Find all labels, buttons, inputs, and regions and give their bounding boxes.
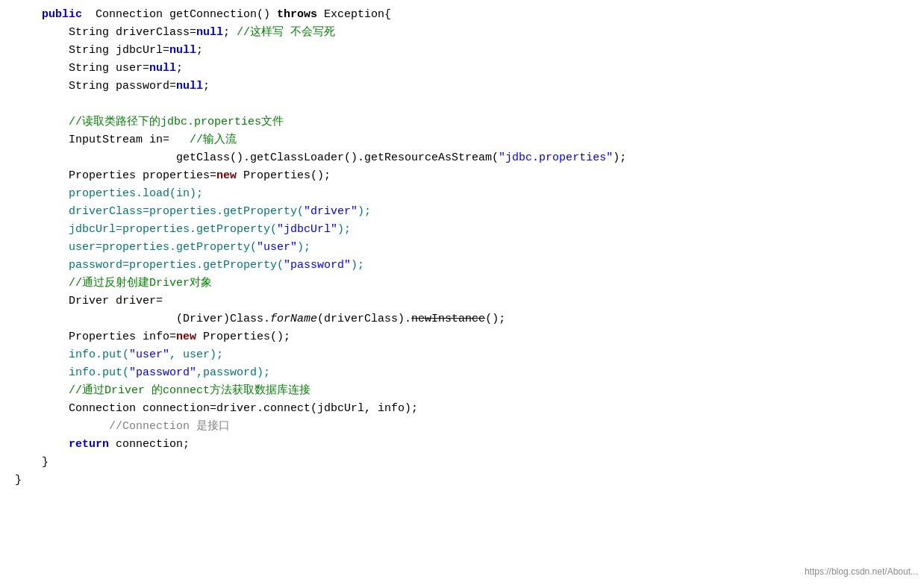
code-token: Properties info= <box>15 328 176 346</box>
code-token: ); <box>297 239 310 257</box>
code-token: password=properties.getProperty( <box>15 257 284 275</box>
code-token: Connection connection=driver.connect(jdb… <box>15 400 418 418</box>
code-token: ); <box>351 257 364 275</box>
code-token: ); <box>337 221 351 239</box>
code-token: getClass().getClassLoader().getResourceA… <box>15 149 499 167</box>
code-token: ; <box>196 42 203 60</box>
code-token: //输入流 <box>190 131 237 149</box>
code-token: return <box>69 436 109 454</box>
code-token: forName <box>270 310 317 328</box>
code-token: info.put( <box>15 346 129 364</box>
code-line: Properties properties=new Properties(); <box>0 167 924 185</box>
code-token: } <box>15 472 22 489</box>
code-token <box>15 275 69 292</box>
code-token: String driverClass= <box>15 24 196 42</box>
code-token: String user= <box>15 60 149 78</box>
code-token: Driver driver= <box>15 292 163 310</box>
code-token: Properties(); <box>237 167 331 185</box>
code-token: "driver" <box>304 203 358 221</box>
code-line: info.put("password",password); <box>0 364 924 382</box>
code-token: null <box>176 78 203 96</box>
code-token: new <box>176 328 196 346</box>
code-token: throws <box>277 6 317 24</box>
code-line <box>0 96 924 113</box>
code-token: null <box>196 24 223 42</box>
code-token: ; <box>203 78 210 96</box>
code-token: properties.load(in); <box>15 185 203 203</box>
code-line: Properties info=new Properties(); <box>0 328 924 346</box>
code-token: //通过反射创建Driver对象 <box>69 275 212 292</box>
code-token: (driverClass). <box>317 310 411 328</box>
code-token: InputStream in= <box>15 131 190 149</box>
code-token <box>15 418 109 436</box>
code-token: "user" <box>257 239 297 257</box>
code-token <box>15 382 69 400</box>
code-line: (Driver)Class.forName(driverClass).newIn… <box>0 310 924 328</box>
code-token: Properties properties= <box>15 167 216 185</box>
code-line: password=properties.getProperty("passwor… <box>0 257 924 275</box>
code-token: ; <box>176 60 183 78</box>
code-line: properties.load(in); <box>0 185 924 203</box>
code-token: "jdbc.properties" <box>499 149 613 167</box>
code-token: user=properties.getProperty( <box>15 239 257 257</box>
code-token: //Connection 是接口 <box>109 418 230 436</box>
code-token: , user); <box>169 346 223 364</box>
code-token: ,password); <box>196 364 270 382</box>
code-line: //Connection 是接口 <box>0 418 924 436</box>
code-line: info.put("user", user); <box>0 346 924 364</box>
code-token: String password= <box>15 78 176 96</box>
watermark: https://blog.csdn.net/About... <box>805 565 918 579</box>
code-token <box>15 436 69 454</box>
code-line: //读取类路径下的jdbc.properties文件 <box>0 113 924 131</box>
code-line: //通过反射创建Driver对象 <box>0 275 924 292</box>
code-token <box>15 6 42 24</box>
code-line: user=properties.getProperty("user"); <box>0 239 924 257</box>
code-line: String driverClass=null; //这样写 不会写死 <box>0 24 924 42</box>
code-token: String jdbcUrl= <box>15 42 169 60</box>
code-line: public Connection getConnection() throws… <box>0 6 924 24</box>
code-token: ); <box>358 203 371 221</box>
code-token: ); <box>613 149 626 167</box>
code-token: (); <box>485 310 505 328</box>
code-line: String password=null; <box>0 78 924 96</box>
code-line: //通过Driver 的connect方法获取数据库连接 <box>0 382 924 400</box>
code-line: jdbcUrl=properties.getProperty("jdbcUrl"… <box>0 221 924 239</box>
code-token: "jdbcUrl" <box>277 221 337 239</box>
code-token: jdbcUrl=properties.getProperty( <box>15 221 277 239</box>
code-line: getClass().getClassLoader().getResourceA… <box>0 149 924 167</box>
code-line: } <box>0 472 924 489</box>
code-token: null <box>169 42 196 60</box>
code-token: ; <box>223 24 237 42</box>
code-line: String user=null; <box>0 60 924 78</box>
code-token: null <box>149 60 176 78</box>
code-line: String jdbcUrl=null; <box>0 42 924 60</box>
code-token: new <box>216 167 237 185</box>
code-token: newInstance <box>411 310 485 328</box>
code-line: driverClass=properties.getProperty("driv… <box>0 203 924 221</box>
code-line: return connection; <box>0 436 924 454</box>
code-token <box>15 113 69 131</box>
code-token: //通过Driver 的connect方法获取数据库连接 <box>69 382 310 400</box>
code-container: public Connection getConnection() throws… <box>0 0 924 585</box>
code-token: //读取类路径下的jdbc.properties文件 <box>69 113 284 131</box>
code-token: public <box>42 6 82 24</box>
code-token: "password" <box>284 257 351 275</box>
code-lines: public Connection getConnection() throws… <box>0 6 924 489</box>
code-token: //这样写 不会写死 <box>237 24 335 42</box>
code-token: Exception{ <box>317 6 391 24</box>
code-token: Connection getConnection() <box>82 6 277 24</box>
code-line: } <box>0 454 924 472</box>
code-line: InputStream in= //输入流 <box>0 131 924 149</box>
code-token: info.put( <box>15 364 129 382</box>
code-token: driverClass=properties.getProperty( <box>15 203 304 221</box>
code-token: Properties(); <box>196 328 290 346</box>
code-line: Connection connection=driver.connect(jdb… <box>0 400 924 418</box>
code-token: "user" <box>129 346 169 364</box>
code-line: Driver driver= <box>0 292 924 310</box>
code-token: (Driver)Class. <box>15 310 270 328</box>
code-token: } <box>15 454 49 472</box>
code-token: "password" <box>129 364 196 382</box>
code-token: connection; <box>109 436 190 454</box>
